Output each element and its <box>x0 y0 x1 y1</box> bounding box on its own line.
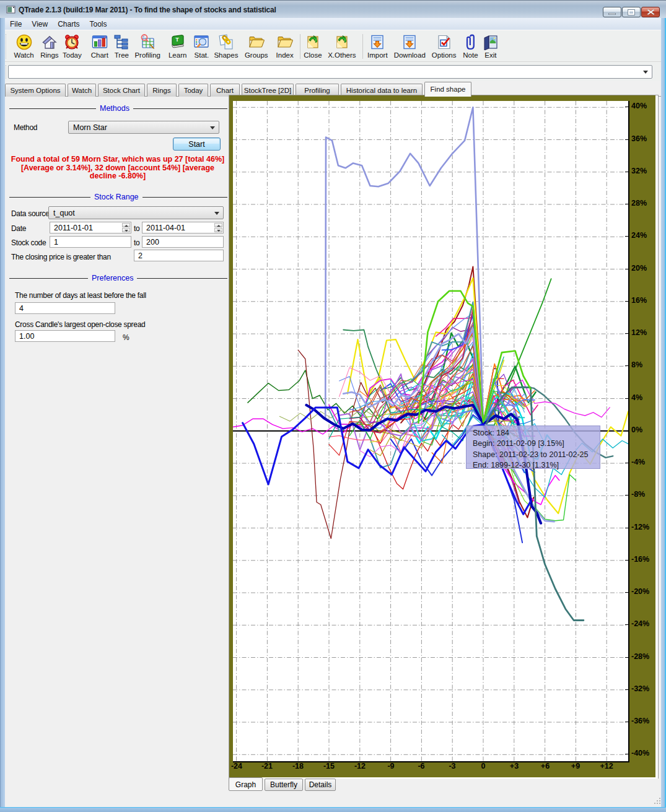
svg-text:T: T <box>175 37 179 43</box>
